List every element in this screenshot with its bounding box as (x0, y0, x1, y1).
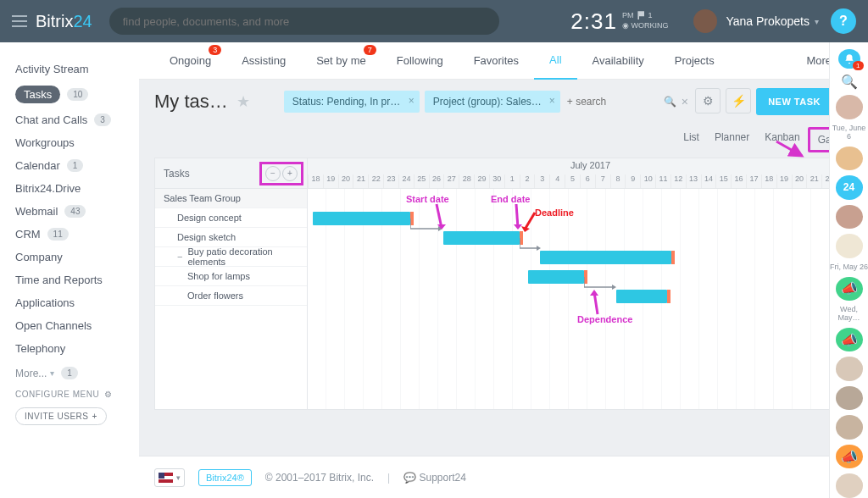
contact-avatar[interactable] (836, 205, 863, 230)
view-list[interactable]: List (676, 127, 707, 152)
deadline-marker (667, 290, 670, 303)
hamburger-icon[interactable] (12, 15, 27, 27)
tab-assisting[interactable]: Assisting (226, 42, 301, 80)
search-icon[interactable]: 🔍 (664, 96, 676, 108)
tab-following[interactable]: Following (381, 42, 459, 80)
dock-search-icon[interactable]: 🔍 (841, 74, 858, 90)
view-switcher: List Planner Kanban Gantt (139, 124, 868, 152)
settings-button[interactable]: ⚙ (695, 88, 721, 113)
footer-support[interactable]: 💬 Support24 (403, 472, 466, 484)
chevron-down-icon: ▾ (815, 17, 819, 26)
gantt-day: 3 (534, 174, 549, 188)
nav-time-reports[interactable]: Time and Reports (15, 268, 131, 291)
gantt-day: 8 (610, 174, 626, 188)
contact-avatar[interactable] (836, 415, 863, 440)
star-icon[interactable]: ★ (236, 92, 250, 111)
view-planner[interactable]: Planner (707, 127, 757, 152)
nav-applications[interactable]: Applications (15, 291, 131, 314)
annotation-deadline: Deadline (535, 208, 574, 218)
gantt-day: 15 (715, 174, 731, 188)
current-user[interactable]: Yana Prokopets ▾ (693, 9, 819, 33)
chip-remove-icon[interactable]: × (409, 95, 415, 107)
gantt-day: 1 (504, 174, 520, 188)
tab-ongoing[interactable]: Ongoing3 (154, 42, 226, 80)
global-search-input[interactable] (109, 8, 499, 35)
gantt-day: 26 (429, 174, 444, 188)
tab-projects[interactable]: Projects (659, 42, 730, 80)
global-search-wrap (109, 8, 499, 35)
zoom-out-icon[interactable]: − (265, 166, 281, 181)
nav-company[interactable]: Company (15, 246, 131, 268)
gantt-day: 18 (761, 174, 776, 188)
logo[interactable]: Bitrix24 (36, 12, 92, 31)
nav-workgroups[interactable]: Workgroups (15, 131, 131, 154)
notifications-button[interactable]: 1 (838, 49, 860, 69)
gantt-canvas[interactable]: Start date End date Deadline Dependence (308, 189, 852, 409)
nav-telephony[interactable]: Telephony (15, 337, 131, 360)
gantt-day: 19 (776, 174, 792, 188)
task-row[interactable]: Order flowers (155, 286, 307, 306)
gantt-day: 4 (549, 174, 565, 188)
nav-webmail[interactable]: Webmail43 (15, 200, 131, 223)
filter-chip-status[interactable]: Status: Pending, In progr…× (284, 91, 420, 113)
help-button[interactable]: ? (831, 8, 856, 34)
gantt-day: 21 (806, 174, 821, 188)
user-name: Yana Prokopets (726, 14, 810, 28)
footer-copyright: © 2001–2017 Bitrix, Inc. (265, 472, 374, 484)
tab-availability[interactable]: Availability (577, 42, 659, 80)
contact-avatar[interactable] (836, 147, 863, 171)
nav-open-channels[interactable]: Open Channels (15, 314, 131, 337)
contact-avatar[interactable] (836, 473, 863, 498)
avatar (693, 9, 717, 33)
contact-avatar[interactable] (836, 95, 863, 119)
announcement-icon[interactable]: 📣 (836, 328, 863, 352)
gantt-day: 6 (580, 174, 595, 188)
nav-crm[interactable]: CRM11 (15, 223, 131, 246)
gantt-bar[interactable] (540, 251, 671, 264)
gantt-day: 21 (353, 174, 368, 188)
gantt-bar[interactable] (528, 270, 584, 284)
nav-tasks[interactable]: Tasks10 (15, 80, 131, 108)
contact-avatar[interactable] (836, 357, 863, 381)
nav-activity-stream[interactable]: Activity Stream (15, 58, 131, 80)
dock-date: Wed, May… (830, 306, 868, 323)
gantt-day: 5 (565, 174, 580, 188)
contact-avatar[interactable] (836, 234, 863, 258)
language-selector[interactable]: ▾ (154, 468, 185, 487)
nav-more[interactable]: More... ▾1 (15, 360, 131, 379)
tab-all[interactable]: All (534, 42, 576, 80)
task-row[interactable]: Design concept (155, 208, 307, 228)
gantt-day: 19 (323, 174, 338, 188)
nav-calendar[interactable]: Calendar1 (15, 154, 131, 177)
filter-chip-project[interactable]: Project (group): Sales Te…× (425, 91, 560, 113)
announcement-icon[interactable]: 📣 (836, 445, 863, 469)
chip-remove-icon[interactable]: × (549, 95, 555, 107)
bolt-icon: ⚡ (732, 94, 746, 108)
svg-line-3 (525, 213, 535, 230)
task-row[interactable]: Design sketch (155, 228, 307, 247)
nav-drive[interactable]: Bitrix24.Drive (15, 177, 131, 200)
logo-text: Bitrix (36, 12, 73, 30)
gantt-bar[interactable] (313, 212, 410, 225)
bolt-button[interactable]: ⚡ (726, 88, 751, 113)
clear-filters-icon[interactable]: × (682, 95, 688, 108)
contact-avatar[interactable] (836, 386, 863, 411)
task-group[interactable]: Sales Team Group (155, 189, 307, 208)
footer-brand[interactable]: Bitrix24® (198, 469, 252, 486)
task-row[interactable]: −Buy patio decoration elements (155, 247, 307, 267)
new-task-button[interactable]: NEW TASK (756, 88, 832, 115)
clock-time: 2:31 (570, 8, 617, 35)
task-row[interactable]: Shop for lamps (155, 267, 307, 286)
tab-favorites[interactable]: Favorites (459, 42, 534, 80)
gantt-day: 7 (595, 174, 610, 188)
zoom-in-icon[interactable]: + (282, 166, 298, 181)
tab-set-by-me[interactable]: Set by me7 (301, 42, 381, 80)
clock[interactable]: 2:31 PM 1 ◉ WORKING (570, 8, 668, 35)
filter-search-input[interactable] (567, 96, 660, 108)
gantt-bar[interactable] (443, 231, 520, 245)
configure-menu[interactable]: CONFIGURE MENU⚙ (15, 379, 131, 407)
b24-badge[interactable]: 24 (836, 175, 863, 200)
nav-chat[interactable]: Chat and Calls3 (15, 108, 131, 131)
announcement-icon[interactable]: 📣 (836, 277, 863, 302)
invite-users-button[interactable]: INVITE USERS+ (15, 407, 107, 425)
